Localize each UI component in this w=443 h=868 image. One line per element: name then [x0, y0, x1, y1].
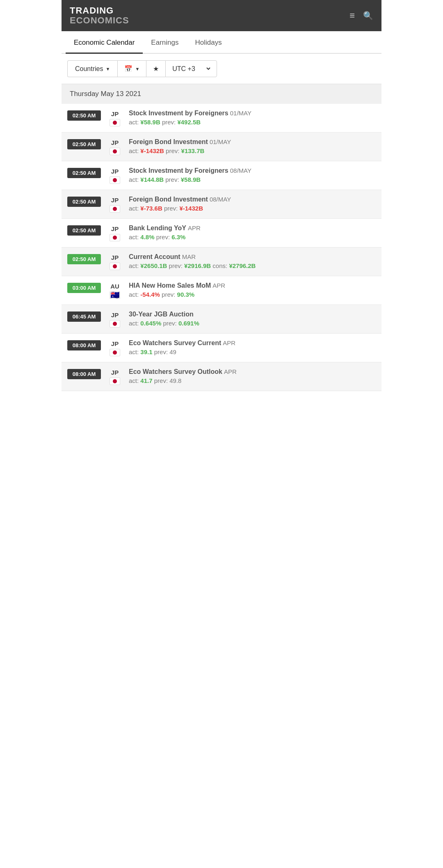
prev-value: ¥2916.9B	[184, 262, 211, 269]
date-section-header: Thursday May 13 2021	[62, 84, 381, 104]
event-title: Bank Lending YoYAPR	[129, 224, 376, 232]
date-label: Thursday May 13 2021	[70, 90, 141, 98]
country-code: JP	[111, 340, 119, 347]
filter-bar: Countries ▼ 📅 ▼ ★ UTC +3 UTC 0 UTC +1 UT…	[62, 54, 381, 84]
tab-holidays[interactable]: Holidays	[187, 31, 230, 54]
event-title-text: Current Account	[129, 253, 180, 260]
search-icon[interactable]: 🔍	[363, 11, 373, 21]
nav-tabs: Economic Calendar Earnings Holidays	[62, 31, 381, 54]
event-title-text: 30-Year JGB Auction	[129, 311, 194, 318]
event-title: Eco Watchers Survey CurrentAPR	[129, 339, 376, 347]
event-content: Eco Watchers Survey OutlookAPRact: 41.7 …	[129, 368, 376, 384]
act-label: act:	[129, 291, 140, 298]
event-period: APR	[223, 339, 235, 346]
event-title: HIA New Home Sales MoMAPR	[129, 282, 376, 289]
event-row[interactable]: 02:50 AMJPCurrent AccountMARact: ¥2650.1…	[62, 247, 381, 276]
act-value: 0.645%	[140, 320, 161, 327]
act-value: ¥58.9B	[140, 119, 160, 126]
country-code: JP	[111, 369, 119, 376]
country-col: JP	[106, 369, 124, 385]
event-title-text: Foreign Bond Investment	[129, 138, 208, 145]
calendar-chevron-icon: ▼	[135, 66, 139, 71]
time-badge: 08:00 AM	[67, 369, 101, 379]
prev-value: ¥492.5B	[177, 119, 201, 126]
event-values: act: -54.4% prev: 90.3%	[129, 291, 376, 298]
time-badge: 02:50 AM	[67, 225, 101, 236]
event-row[interactable]: 06:45 AMJP30-Year JGB Auctionact: 0.645%…	[62, 305, 381, 334]
time-badge: 03:00 AM	[67, 283, 101, 293]
prev-value: 6.3%	[171, 234, 185, 240]
event-title-text: HIA New Home Sales MoM	[129, 282, 211, 289]
country-col: AU🇦🇺	[106, 283, 124, 299]
country-flag-icon	[110, 176, 120, 184]
event-title-text: Eco Watchers Survey Current	[129, 339, 221, 346]
calendar-icon: 📅	[124, 65, 132, 73]
event-period: 01/MAY	[210, 138, 231, 145]
event-values: act: 4.8% prev: 6.3%	[129, 234, 376, 240]
prev-label: prev:	[166, 147, 181, 154]
time-badge: 02:50 AM	[67, 168, 101, 178]
event-row[interactable]: 02:50 AMJPForeign Bond Investment01/MAYa…	[62, 133, 381, 161]
act-label: act:	[129, 320, 140, 327]
act-value: ¥-1432B	[140, 147, 164, 154]
calendar-filter-button[interactable]: 📅 ▼	[117, 60, 146, 77]
event-row[interactable]: 03:00 AMAU🇦🇺HIA New Home Sales MoMAPRact…	[62, 276, 381, 305]
event-title: Stock Investment by Foreigners01/MAY	[129, 110, 376, 117]
event-period: APR	[212, 282, 225, 289]
act-label: act:	[129, 119, 140, 126]
tab-economic-calendar[interactable]: Economic Calendar	[66, 31, 143, 54]
event-content: Foreign Bond Investment01/MAYact: ¥-1432…	[129, 138, 376, 154]
logo: TRADING ECONOMICS	[70, 6, 129, 25]
event-row[interactable]: 02:50 AMJPStock Investment by Foreigners…	[62, 161, 381, 190]
country-col: JP	[106, 340, 124, 356]
event-title-text: Stock Investment by Foreigners	[129, 110, 228, 117]
country-col: JP	[106, 311, 124, 328]
act-value: ¥-73.6B	[140, 205, 162, 212]
event-content: Stock Investment by Foreigners08/MAYact:…	[129, 167, 376, 183]
menu-icon[interactable]: ≡	[349, 10, 355, 21]
country-flag-icon	[110, 234, 120, 241]
countries-button[interactable]: Countries ▼	[67, 60, 117, 77]
favorites-filter-button[interactable]: ★	[146, 60, 165, 77]
timezone-select[interactable]: UTC +3 UTC 0 UTC +1 UTC +2 UTC +5:30 UTC…	[171, 65, 212, 73]
country-flag-icon	[110, 378, 120, 385]
event-row[interactable]: 02:50 AMJPBank Lending YoYAPRact: 4.8% p…	[62, 219, 381, 247]
timezone-select-wrap: UTC +3 UTC 0 UTC +1 UTC +2 UTC +5:30 UTC…	[165, 60, 217, 77]
country-col: JP	[106, 197, 124, 213]
header-icons: ≡ 🔍	[349, 10, 373, 21]
prev-label: prev:	[169, 262, 185, 269]
prev-value: 0.691%	[178, 320, 199, 327]
event-row[interactable]: 02:50 AMJPForeign Bond Investment08/MAYa…	[62, 190, 381, 219]
event-title: Stock Investment by Foreigners08/MAY	[129, 167, 376, 174]
country-col: JP	[106, 254, 124, 270]
event-row[interactable]: 08:00 AMJPEco Watchers Survey CurrentAPR…	[62, 334, 381, 362]
event-values: act: ¥144.8B prev: ¥58.9B	[129, 176, 376, 183]
event-values: act: 0.645% prev: 0.691%	[129, 320, 376, 327]
prev-value: 90.3%	[177, 291, 195, 298]
prev-label: prev:	[156, 234, 172, 240]
time-badge: 02:50 AM	[67, 197, 101, 207]
event-title: 30-Year JGB Auction	[129, 311, 376, 318]
country-code: AU	[110, 283, 119, 290]
prev-value: ¥58.9B	[181, 176, 201, 183]
event-period: 08/MAY	[210, 196, 231, 203]
country-flag-icon	[110, 320, 120, 328]
act-value: 4.8%	[140, 234, 154, 240]
time-badge: 08:00 AM	[67, 340, 101, 350]
act-label: act:	[129, 205, 140, 212]
country-col: JP	[106, 168, 124, 184]
country-flag-icon	[110, 148, 120, 155]
time-badge: 02:50 AM	[67, 110, 101, 121]
act-label: act:	[129, 348, 140, 355]
tab-earnings[interactable]: Earnings	[143, 31, 187, 54]
event-row[interactable]: 08:00 AMJPEco Watchers Survey OutlookAPR…	[62, 362, 381, 391]
logo-top: TRADING	[70, 6, 129, 16]
prev-label: prev:	[154, 377, 170, 384]
country-code: JP	[111, 225, 119, 232]
act-value: 41.7	[140, 377, 152, 384]
country-flag-icon: 🇦🇺	[110, 291, 120, 299]
prev-label: prev:	[154, 348, 170, 355]
act-label: act:	[129, 262, 140, 269]
event-row[interactable]: 02:50 AMJPStock Investment by Foreigners…	[62, 104, 381, 133]
header: TRADING ECONOMICS ≡ 🔍	[62, 0, 381, 31]
